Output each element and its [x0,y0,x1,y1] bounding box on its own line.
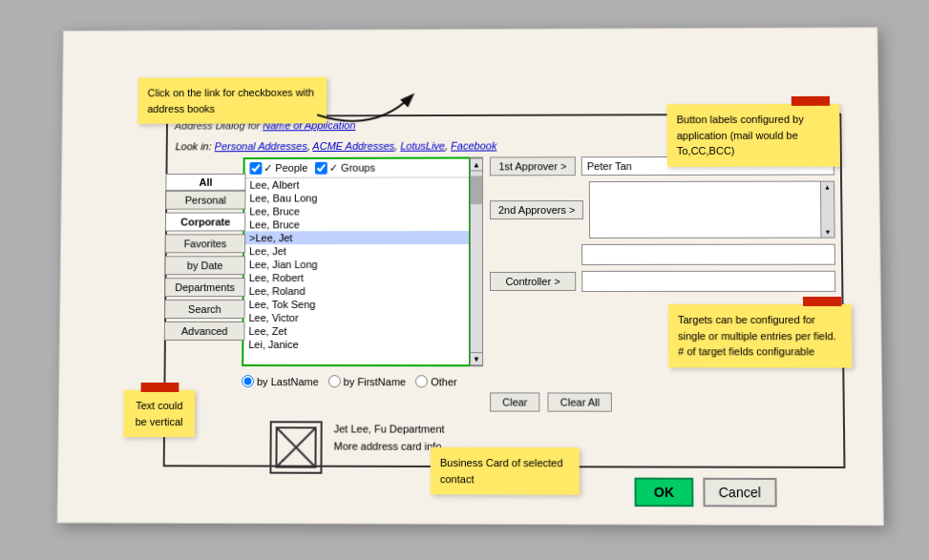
list-item-selected[interactable]: >Lee, Jet [244,231,469,244]
people-checkbox[interactable] [250,162,263,175]
address-dialog: Address Dialog for Name of Application L… [163,114,846,468]
sticky-note-4: Business Card of selected contact [431,447,580,495]
business-card-area: Jet Lee, Fu Department More address card… [269,421,444,474]
sidebar-btn-search[interactable]: Search [164,300,245,319]
envelope-x-icon [274,425,317,468]
sidebar: Personal Corporate Favorites by Date Dep… [164,31,246,295]
paper-background: Address Dialog for Name of Application L… [57,27,884,526]
sidebar-btn-departments[interactable]: Departments [164,278,244,297]
second-approver-row: 2nd Approvers > ▲ ▼ [490,181,835,239]
groups-checkbox[interactable] [315,162,327,175]
list-item[interactable]: Lee, Roland [244,284,469,298]
biz-card-line2: More address card info [334,438,445,455]
sidebar-btn-bydate[interactable]: by Date [165,256,245,275]
sticky-note-3-text: Targets can be configured for single or … [678,312,842,360]
list-item[interactable]: Lee, Robert [244,271,469,284]
sticky-3-red-tab [803,297,842,306]
sticky-note-3: Targets can be configured for single or … [668,304,853,367]
scroll-down-arrow[interactable]: ▼ [470,352,483,365]
sticky-note-2-text: Button labels configured by application … [677,112,831,159]
sidebar-btn-favorites[interactable]: Favorites [165,234,245,253]
list-item[interactable]: Lei, Janice [243,338,469,351]
medium-target-field[interactable] [581,244,835,265]
scroll-thumb[interactable] [471,176,482,204]
controller-field[interactable] [581,271,835,292]
controller-row: Controller > [490,271,835,292]
clear-button[interactable]: Clear [490,392,540,411]
sticky-note-1: Click on the link for checkboxes with ad… [137,77,327,124]
list-item[interactable]: Lee, Bruce [244,218,469,231]
tall-field-scrollbar[interactable]: ▲ ▼ [820,182,834,238]
clear-all-button[interactable]: Clear All [548,392,613,411]
people-label: ✓ People [264,162,307,175]
sort-radio-group: by LastName by FirstName Other [242,375,457,387]
contact-list-area: ✓ People ✓ Groups Lee, Albert Lee, Bau L… [242,157,471,367]
second-approver-button[interactable]: 2nd Approvers > [490,200,583,219]
sticky-note-5-text: Text could be vertical [129,398,189,429]
look-in-lotuslive[interactable]: LotusLive [400,140,445,152]
target-area: 1st Approver > 2nd Approvers > ▲ ▼ [490,156,835,298]
list-header: ✓ People ✓ Groups [245,159,469,178]
look-in-acme[interactable]: ACME Addresses [312,140,394,152]
radio-other-label[interactable]: Other [415,375,457,387]
look-in-facebook[interactable]: Facebook [451,140,496,152]
sticky-note-1-text: Click on the link for checkboxes with ad… [147,85,317,116]
business-card-text: Jet Lee, Fu Department More address card… [334,421,445,455]
list-item[interactable]: Lee, Victor [243,311,469,324]
list-item[interactable]: Lee, Zet [243,324,469,338]
radio-other-text: Other [431,376,457,387]
medium-field-row [490,244,835,265]
list-item[interactable]: Lee, Tok Seng [244,298,469,311]
radio-lastname-label[interactable]: by LastName [242,375,319,387]
ok-button[interactable]: OK [634,478,693,508]
sticky-note-5: Text could be vertical [123,390,195,437]
clear-buttons-row: Clear Clear All [490,392,612,411]
list-item[interactable]: Lee, Bruce [244,204,469,218]
list-item[interactable]: Lee, Jian Long [244,258,469,271]
sidebar-btn-advanced[interactable]: Advanced [164,321,245,341]
groups-label: ✓ Groups [329,162,375,175]
sticky-note-4-text: Business Card of selected contact [440,455,570,487]
sidebar-btn-corporate[interactable]: Corporate [165,213,245,232]
sticky-5-red-tab [140,383,179,392]
sidebar-btn-personal[interactable]: Personal [165,191,245,210]
radio-lastname-text: by LastName [257,376,319,387]
radio-firstname[interactable] [328,375,341,387]
scroll-up-arrow[interactable]: ▲ [470,157,483,171]
groups-checkbox-label[interactable]: ✓ Groups [315,162,375,175]
first-approver-button[interactable]: 1st Approver > [490,156,576,176]
people-checkbox-label[interactable]: ✓ People [250,162,308,175]
radio-lastname[interactable] [242,375,254,387]
sticky-note-2: Button labels configured by application … [667,104,840,167]
list-item[interactable]: Lee, Albert [244,177,469,191]
radio-firstname-label[interactable]: by FirstName [328,375,406,387]
cancel-button[interactable]: Cancel [703,478,776,508]
contact-list: Lee, Albert Lee, Bau Long Lee, Bruce Lee… [243,177,469,351]
list-item[interactable]: Lee, Bau Long [244,191,469,204]
radio-firstname-text: by FirstName [344,376,406,387]
radio-other[interactable] [415,375,428,387]
list-item[interactable]: Lee, Jet [244,244,469,258]
controller-button[interactable]: Controller > [490,272,576,291]
business-card-icon [269,421,322,474]
biz-card-line1: Jet Lee, Fu Department [334,421,445,438]
sticky-2-red-tab [792,96,830,106]
dialog-action-buttons: OK Cancel [634,478,776,508]
list-scrollbar[interactable]: ▲ ▼ [470,156,483,366]
